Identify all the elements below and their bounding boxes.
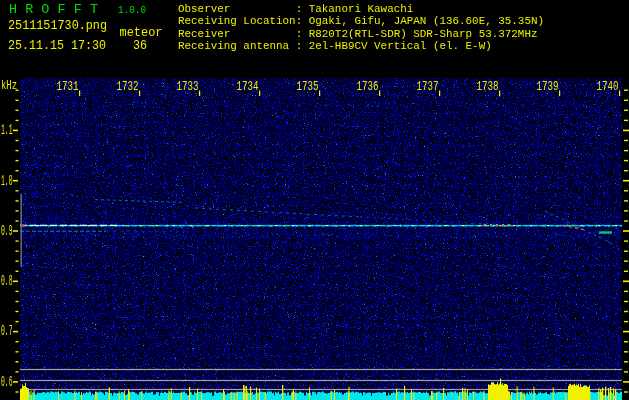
- svg-text:1.0: 1.0: [1, 173, 13, 189]
- svg-text:0.7: 0.7: [1, 323, 13, 339]
- svg-text:1739: 1739: [537, 79, 559, 94]
- svg-text:1736: 1736: [357, 79, 379, 94]
- svg-text:Receiving antenna : 2el-HB9CV: Receiving antenna : 2el-HB9CV Vertical (…: [178, 40, 492, 52]
- svg-text:1733: 1733: [177, 79, 199, 94]
- svg-text:25.11.15 17:30: 25.11.15 17:30: [8, 39, 106, 53]
- svg-text:Observer : Takanori K: Observer : Takanori Kawachi: [178, 3, 413, 15]
- svg-text:1731: 1731: [57, 79, 79, 94]
- svg-text:Receiving Location: Ogaki, Gif: Receiving Location: Ogaki, Gifu, JAPAN (…: [178, 15, 544, 27]
- svg-text:1740: 1740: [597, 79, 619, 94]
- svg-text:1734: 1734: [237, 79, 259, 94]
- svg-text:2511151730.png: 2511151730.png: [8, 19, 107, 33]
- svg-text:H R O F F T: H R O F F T: [9, 2, 98, 17]
- svg-text:1737: 1737: [417, 79, 439, 94]
- svg-text:1738: 1738: [477, 79, 499, 94]
- svg-text:1.1: 1.1: [1, 122, 13, 138]
- svg-text:Receiver : R820T2(RTL: Receiver : R820T2(RTL-SDR) SDR-Sharp 53.…: [178, 28, 537, 40]
- svg-text:1.0.0: 1.0.0: [118, 3, 146, 16]
- svg-text:1732: 1732: [117, 79, 139, 94]
- svg-text:kHz: kHz: [1, 78, 17, 93]
- svg-text:36: 36: [133, 39, 147, 53]
- svg-text:0.8: 0.8: [1, 273, 13, 289]
- svg-text:1735: 1735: [297, 79, 319, 94]
- svg-text:0.9: 0.9: [1, 223, 13, 239]
- svg-text:0.6: 0.6: [1, 374, 13, 390]
